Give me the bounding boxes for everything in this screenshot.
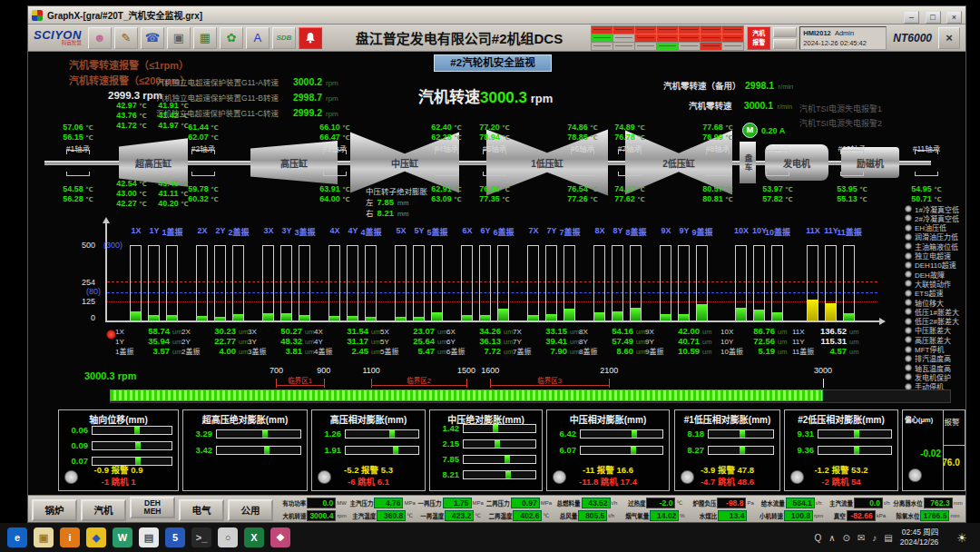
taskbar-app-shield-icon[interactable]: ◆	[86, 527, 106, 547]
panel-title: 中压相对膨胀(mm)	[547, 412, 669, 426]
nav-button-1[interactable]: 锅炉	[32, 499, 77, 521]
bearing-temp-top: 78.85 ℃	[559, 133, 606, 142]
taskbar-app-five-icon[interactable]: 5	[165, 527, 185, 547]
toolbar-sdb-icon[interactable]: SDB	[272, 27, 296, 49]
minimize-button[interactable]: –	[904, 11, 919, 24]
status-unit: rpm	[814, 513, 823, 518]
vib-bar-fill	[131, 311, 141, 320]
vib-bar-fill	[631, 308, 641, 320]
status-column: 炉膛负压-98.8Pa水煤比13.4	[690, 497, 758, 522]
bearing-bracket	[840, 150, 864, 154]
toolbar-device-icon[interactable]: ▣	[167, 27, 191, 49]
alarm-grid-cell	[613, 26, 634, 34]
system-tray: Q∧⊙✉♪▤02:45 周四2024/12/26☀	[814, 527, 973, 548]
taskbar-terminal-app-icon[interactable]: >_	[191, 527, 211, 547]
vib-point-value: 4.57	[816, 346, 847, 356]
vib-bar-outline	[262, 245, 274, 320]
panel-7: #2低压相对膨胀(mm)9.319.36-1.2 报警 53.2-2 跳机 54	[784, 409, 898, 491]
vib-bar-outline	[527, 245, 539, 320]
status-label: 一再压力	[418, 498, 442, 508]
toolbar-users-icon[interactable]: ☻	[88, 27, 112, 49]
bearing-temp-top: 66.47 ℃	[311, 133, 358, 142]
brightness-icon[interactable]: ☀	[951, 530, 973, 546]
gauge-bar	[345, 429, 419, 439]
toolbar-leaf-icon[interactable]: ✿	[220, 27, 243, 49]
vib-value-row: 4盖振2.45um	[314, 346, 388, 356]
speed-tick-label: 700	[262, 366, 289, 375]
vib-bar-label: 9盖振	[689, 226, 716, 238]
eccentricity-title: 偏心(μm)	[905, 414, 943, 424]
toolbar-monitor-icon[interactable]: ▦	[193, 27, 217, 49]
alarm-grid-cell	[657, 26, 678, 34]
bearing-temp-top: 76.78 ℃	[606, 133, 653, 142]
taskbar-chevron-up-tray-icon[interactable]: ∧	[828, 533, 835, 543]
vib-bar-fill	[754, 310, 764, 320]
vib-value-row: 8盖振8.60um	[579, 346, 653, 356]
toolbar-tools-icon[interactable]: ✎	[114, 27, 138, 49]
taskbar-folder-icon[interactable]: ▣	[34, 527, 54, 547]
vib-bar-outline	[431, 245, 443, 320]
speed-tick-mark	[609, 379, 610, 388]
vib-bar-fill	[844, 313, 854, 320]
taskbar-excel-app-icon[interactable]: X	[244, 527, 264, 547]
clock-display[interactable]: 02:45 周四2024/12/26	[900, 527, 939, 548]
vib-bar-label: 2盖振	[225, 226, 252, 238]
bearing-temp-top: 66.10 ℃	[311, 123, 358, 132]
vib-bar-fill	[215, 317, 225, 320]
mini-button-top[interactable]	[773, 27, 797, 37]
taskbar-word-app-icon[interactable]: W	[113, 527, 132, 547]
eccentricity-alarm-label: 报警	[941, 416, 963, 427]
vib-unit: um	[778, 328, 787, 336]
turbine-alarm-button[interactable]: 汽机报警	[747, 26, 770, 50]
taskbar-edge-browser-icon[interactable]: e	[7, 527, 27, 547]
toolbar-close-button[interactable]: ×	[938, 27, 960, 49]
taskbar-volume-tray-icon[interactable]: ♪	[872, 533, 877, 543]
close-button[interactable]: ×	[946, 11, 962, 24]
status-cell: 总燃料量43.52t/h	[553, 498, 621, 508]
vib-value-row: 3盖振3.81um	[248, 346, 322, 356]
taskbar-app-orange-icon[interactable]: i	[60, 527, 80, 547]
toolbar-font-icon[interactable]: A	[246, 27, 270, 49]
vib-point-label: 8Y	[579, 338, 603, 346]
panel-title: 轴向位移(mm)	[59, 412, 178, 426]
vib-unit: um	[305, 328, 314, 336]
vib-unit: um	[239, 338, 248, 346]
vib-point-label: 5Y	[380, 338, 404, 346]
gauge-bar	[92, 441, 172, 450]
vib-bar-label: 4盖振	[358, 226, 385, 238]
taskbar-paint-app-icon[interactable]: ❖	[270, 527, 290, 547]
uhp-temp-top: 41.91 ℃	[153, 101, 193, 110]
vib-unit: um	[305, 338, 314, 346]
panel-6: #1低压相对膨胀(mm)8.188.27-3.9 报警 47.8-4.7 跳机 …	[674, 409, 780, 491]
alarm-bell-button[interactable]	[299, 27, 322, 49]
toolbar-phone-icon[interactable]: ☎	[141, 27, 164, 49]
taskbar-app-light-icon[interactable]: ○	[218, 527, 238, 547]
vib-point-value: 136.52	[816, 326, 847, 336]
dcs-screen: 汽机零转速报警（≤1rpm） 汽机转速报警（≤200rpm） 2999.3 rp…	[28, 52, 965, 495]
maximize-button[interactable]: □	[926, 11, 941, 24]
nav-button-3[interactable]: DEHMEH	[130, 497, 175, 518]
taskbar-keyboard-tray-icon[interactable]: ▤	[884, 533, 892, 543]
vib-bar-fill	[736, 308, 746, 320]
vib-bar-fill	[480, 315, 490, 320]
mini-button-bottom[interactable]	[773, 39, 797, 49]
status-indicator-dot	[905, 242, 912, 250]
status-cell: 真空-82.66kPa	[826, 510, 894, 521]
status-unit: ℃	[543, 512, 549, 518]
taskbar-notepad-app-icon[interactable]: ▤	[139, 527, 159, 547]
bearing-bracket	[571, 172, 594, 176]
gauge-row: 1.26	[316, 429, 419, 439]
status-indicator-dot	[905, 214, 912, 222]
taskbar-network-tray-icon[interactable]: ⊙	[843, 533, 850, 543]
taskbar-mail-tray-icon[interactable]: ✉	[858, 533, 865, 543]
vib-bar-outline	[299, 245, 310, 320]
status-label: 小机转速	[760, 511, 783, 520]
alarm-grid-cell	[701, 43, 721, 50]
vib-unit: um	[636, 348, 645, 356]
nav-button-4[interactable]: 电气	[179, 499, 224, 521]
gauge-row: 7.85	[434, 454, 536, 464]
taskbar-search-tray-icon[interactable]: Q	[814, 533, 821, 543]
nav-button-2[interactable]: 汽机	[81, 499, 126, 521]
status-cell: 水煤比13.4	[690, 510, 758, 521]
nav-button-5[interactable]: 公用	[228, 499, 273, 521]
